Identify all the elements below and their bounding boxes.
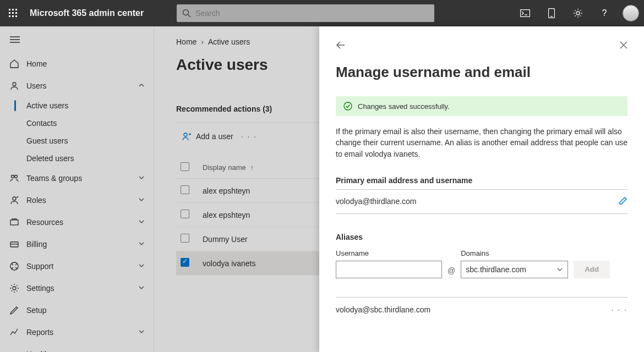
- svg-rect-5: [15, 12, 17, 14]
- back-button[interactable]: [336, 40, 346, 52]
- aliases-label: Aliases: [336, 233, 627, 241]
- primary-email-value: volodya@thirdlane.com: [336, 197, 417, 206]
- svg-rect-3: [9, 12, 10, 14]
- settings-gear-icon[interactable]: [565, 0, 591, 26]
- svg-rect-11: [521, 10, 530, 17]
- svg-rect-8: [15, 15, 17, 17]
- alias-domain-select[interactable]: sbc.thirdlane.com: [461, 261, 568, 278]
- app-launcher-button[interactable]: [0, 0, 26, 26]
- search-box[interactable]: [177, 4, 434, 22]
- edit-primary-email-button[interactable]: [619, 196, 627, 207]
- svg-rect-7: [12, 15, 14, 17]
- shell-cmd-icon[interactable]: [512, 0, 538, 26]
- svg-rect-2: [15, 9, 17, 10]
- username-field-label: Username: [336, 249, 442, 257]
- svg-rect-4: [12, 12, 14, 14]
- svg-point-34: [344, 102, 352, 110]
- svg-point-9: [183, 10, 189, 15]
- success-message: Changes saved successfully.: [358, 102, 450, 111]
- primary-email-label: Primary email address and username: [336, 176, 627, 185]
- close-button[interactable]: [620, 41, 627, 51]
- success-banner: Changes saved successfully.: [336, 96, 627, 116]
- app-title: Microsoft 365 admin center: [26, 8, 160, 18]
- search-icon: [182, 9, 191, 18]
- search-input[interactable]: [195, 9, 429, 18]
- alias-row-value: volodya@sbc.thirdlane.com: [336, 305, 430, 314]
- svg-rect-0: [9, 9, 10, 10]
- svg-line-10: [188, 15, 191, 18]
- at-symbol: @: [447, 266, 455, 278]
- alias-domain-selected: sbc.thirdlane.com: [466, 265, 526, 274]
- svg-rect-6: [9, 15, 10, 17]
- account-avatar[interactable]: [618, 0, 644, 26]
- alias-row-more-button[interactable]: · · ·: [612, 305, 627, 314]
- panel-title: Manage username and email: [336, 64, 627, 81]
- add-alias-button[interactable]: Add: [574, 261, 610, 278]
- svg-rect-1: [12, 9, 14, 10]
- svg-point-15: [576, 12, 580, 15]
- domains-field-label: Domains: [461, 249, 568, 257]
- success-check-icon: [343, 102, 352, 111]
- chevron-down-icon: [556, 266, 563, 273]
- panel-description: If the primary email is also their usern…: [336, 126, 627, 160]
- mobile-icon[interactable]: [538, 0, 565, 26]
- manage-username-panel: Manage username and email Changes saved …: [319, 26, 644, 352]
- help-icon[interactable]: ?: [591, 0, 618, 26]
- pencil-icon: [619, 196, 627, 205]
- alias-username-input[interactable]: [336, 261, 442, 278]
